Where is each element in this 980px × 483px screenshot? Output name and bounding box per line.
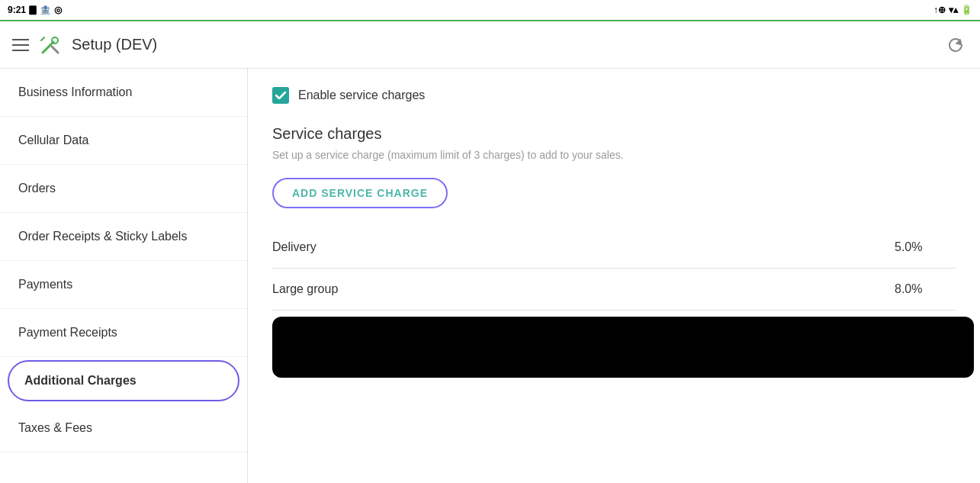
status-icon-1: 🀫 bbox=[29, 5, 37, 15]
redacted-content bbox=[272, 317, 974, 378]
charge-row-large-group: Large group 8.0% bbox=[272, 269, 956, 311]
sidebar-item-cellular-data[interactable]: Cellular Data bbox=[0, 117, 247, 165]
sidebar-item-orders[interactable]: Orders bbox=[0, 165, 247, 213]
sidebar-item-order-receipts[interactable]: Order Receipts & Sticky Labels bbox=[0, 213, 247, 261]
status-bar-left: 9:21 🀫 🏦 ◎ bbox=[8, 5, 62, 15]
tools-icon bbox=[38, 33, 63, 57]
main-layout: Business Information Cellular Data Order… bbox=[0, 69, 980, 483]
refresh-icon bbox=[946, 35, 966, 55]
sidebar-item-taxes-fees[interactable]: Taxes & Fees bbox=[0, 404, 247, 452]
sidebar: Business Information Cellular Data Order… bbox=[0, 69, 248, 483]
svg-line-2 bbox=[52, 47, 58, 53]
charge-value-delivery: 5.0% bbox=[895, 240, 956, 254]
svg-line-3 bbox=[41, 37, 44, 40]
app-bar: Setup (DEV) bbox=[0, 21, 980, 69]
status-icon-3: ◎ bbox=[54, 5, 62, 15]
status-icon-2: 🏦 bbox=[40, 5, 51, 15]
charge-name-large-group: Large group bbox=[272, 282, 895, 296]
refresh-button[interactable] bbox=[943, 33, 968, 57]
wifi-icon: ▾▴ bbox=[949, 5, 958, 15]
charge-row-delivery: Delivery 5.0% bbox=[272, 227, 956, 269]
service-charges-desc: Set up a service charge (maximum limit o… bbox=[272, 149, 956, 161]
sidebar-item-payment-receipts[interactable]: Payment Receipts bbox=[0, 309, 247, 357]
status-time: 9:21 bbox=[8, 5, 26, 15]
battery-icon: 🔋 bbox=[961, 5, 972, 15]
app-title: Setup (DEV) bbox=[72, 36, 934, 53]
sidebar-item-payments[interactable]: Payments bbox=[0, 261, 247, 309]
sidebar-item-business-information[interactable]: Business Information bbox=[0, 69, 247, 117]
sidebar-item-additional-charges[interactable]: Additional Charges bbox=[8, 360, 239, 401]
enable-service-charges-label: Enable service charges bbox=[298, 89, 425, 102]
status-bar: 9:21 🀫 🏦 ◎ ↑⊕ ▾▴ 🔋 bbox=[0, 0, 980, 21]
menu-icon[interactable] bbox=[12, 39, 29, 51]
status-bar-right: ↑⊕ ▾▴ 🔋 bbox=[933, 5, 972, 15]
content-area: Enable service charges Service charges S… bbox=[248, 69, 980, 483]
enable-service-charges-checkbox[interactable] bbox=[272, 87, 289, 104]
charge-name-delivery: Delivery bbox=[272, 240, 895, 254]
charge-value-large-group: 8.0% bbox=[895, 282, 956, 296]
add-service-charge-button[interactable]: ADD SERVICE CHARGE bbox=[272, 178, 448, 208]
enable-service-charges-row: Enable service charges bbox=[272, 87, 956, 104]
signal-icon: ↑⊕ bbox=[933, 5, 946, 15]
service-charges-title: Service charges bbox=[272, 125, 956, 143]
svg-point-1 bbox=[52, 37, 58, 43]
